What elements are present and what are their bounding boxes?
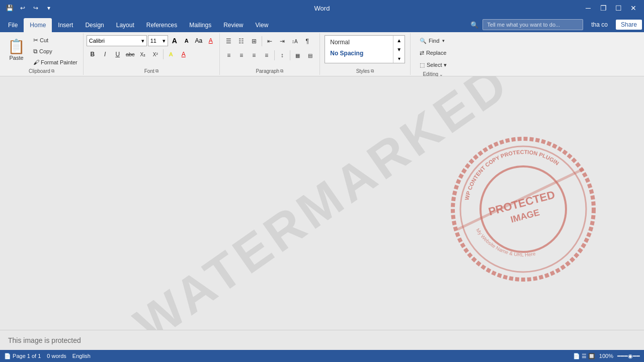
italic-button[interactable]: I <box>99 48 111 60</box>
watermark-text: WATERMARKED <box>124 76 520 330</box>
styles-scroll-up-button[interactable]: ▲ <box>393 36 405 45</box>
styles-gallery[interactable]: Normal No Spacing ▲ ▼ ▾ <box>325 35 405 63</box>
copy-protection-stamp: WP CONTENT COPY PROTECTION PLUGIN PROTEC… <box>443 129 604 290</box>
find-dropdown-icon: ▾ <box>442 38 445 43</box>
tab-view[interactable]: View <box>250 18 275 32</box>
maximize-button[interactable]: ☐ <box>612 2 625 15</box>
styles-expand-icon[interactable]: ⧉ <box>371 68 374 74</box>
clipboard-expand-icon[interactable]: ⧉ <box>51 68 54 74</box>
font-size-dropdown-icon: ▾ <box>163 38 166 44</box>
text-highlight-button[interactable]: A <box>165 48 177 60</box>
line-spacing-button[interactable]: ↕ <box>276 49 288 61</box>
tab-design[interactable]: Design <box>79 18 110 32</box>
justify-button[interactable]: ≡ <box>261 49 273 61</box>
redo-button[interactable]: ↪ <box>30 3 41 14</box>
cut-label: Cut <box>40 37 48 43</box>
tab-file[interactable]: File <box>2 18 24 32</box>
font-case-button[interactable]: Aa <box>193 35 204 46</box>
styles-content: Normal No Spacing ▲ ▼ ▾ <box>325 35 405 67</box>
user-name[interactable]: tha co <box>587 21 612 28</box>
save-button[interactable]: 💾 <box>4 3 15 14</box>
paste-button[interactable]: 📋 Paste <box>3 35 30 65</box>
font-size-selector[interactable]: 11 ▾ <box>148 35 168 46</box>
find-button[interactable]: 🔍 Find ▾ <box>416 35 450 46</box>
shading-button[interactable]: ▦ <box>292 49 304 61</box>
cut-icon: ✂ <box>33 37 38 44</box>
paste-label: Paste <box>9 55 23 61</box>
close-button[interactable]: ✕ <box>627 2 640 15</box>
font-group: Calibri ▾ 11 ▾ A A Aa A B I U abc X₂ X² <box>84 33 220 75</box>
tab-references[interactable]: References <box>140 18 183 32</box>
align-left-button[interactable]: ≡ <box>223 49 235 61</box>
replace-label: Replace <box>426 50 446 56</box>
font-color-button[interactable]: A <box>178 48 190 60</box>
show-marks-button[interactable]: ¶ <box>301 35 313 47</box>
font-group-label: Font ⧉ <box>87 67 216 74</box>
tab-home[interactable]: Home <box>24 18 52 32</box>
cut-button[interactable]: ✂ Cut <box>31 35 80 45</box>
clipboard-content: 📋 Paste ✂ Cut ⧉ Copy 🖌 Format Painter <box>3 35 80 67</box>
tab-review[interactable]: Review <box>217 18 249 32</box>
align-center-button[interactable]: ≡ <box>235 49 248 61</box>
undo-button[interactable]: ↩ <box>17 3 28 14</box>
paragraph-expand-icon[interactable]: ⧉ <box>280 68 283 74</box>
select-label: Select ▾ <box>427 62 447 68</box>
share-button[interactable]: Share <box>616 20 642 30</box>
bullets-button[interactable]: ☰ <box>223 35 235 47</box>
paste-icon: 📋 <box>8 40 25 54</box>
superscript-button[interactable]: X² <box>149 48 162 60</box>
font-name-selector[interactable]: Calibri ▾ <box>87 35 147 46</box>
font-expand-icon[interactable]: ⧉ <box>155 68 158 74</box>
font-shrink-button[interactable]: A <box>181 35 192 46</box>
find-icon: 🔍 <box>420 38 427 44</box>
multilevel-list-button[interactable]: ⊞ <box>248 35 260 47</box>
decrease-indent-button[interactable]: ⇤ <box>264 35 276 47</box>
align-right-button[interactable]: ≡ <box>248 49 260 61</box>
increase-indent-button[interactable]: ⇥ <box>276 35 288 47</box>
bold-button[interactable]: B <box>87 48 99 60</box>
svg-point-2 <box>480 166 566 252</box>
ribbon-tab-bar: File Home Insert Design Layout Reference… <box>0 16 644 32</box>
clipboard-label-text: Clipboard <box>29 68 50 74</box>
copy-label: Copy <box>39 48 52 54</box>
replace-icon: ⇄ <box>420 50 424 56</box>
format-painter-button[interactable]: 🖌 Format Painter <box>31 57 80 67</box>
font-row-1: Calibri ▾ 11 ▾ A A Aa A <box>87 35 216 46</box>
tab-insert[interactable]: Insert <box>52 18 79 32</box>
font-grow-button[interactable]: A <box>169 35 180 46</box>
tab-mailings[interactable]: Mailings <box>183 18 217 32</box>
font-size-value: 11 <box>150 38 156 44</box>
clear-formatting-button[interactable]: A <box>205 35 216 46</box>
border-button[interactable]: ▤ <box>304 49 316 61</box>
font-row-2: B I U abc X₂ X² A A <box>87 48 190 60</box>
editing-expand-icon[interactable]: ⌄ <box>439 72 443 77</box>
select-icon: ⬚ <box>420 62 425 68</box>
underline-button[interactable]: U <box>112 48 124 60</box>
sort-button[interactable]: ↕A <box>289 35 301 47</box>
protected-text: This image is protected <box>8 336 81 344</box>
language-indicator: English <box>72 353 91 359</box>
para-row-2: ≡ ≡ ≡ ≡ ↕ ▦ ▤ <box>223 49 316 61</box>
paragraph-group: ☰ ☷ ⊞ ⇤ ⇥ ↕A ¶ ≡ ≡ ≡ ≡ ↕ ▦ ▤ Par <box>220 33 320 75</box>
numbering-button[interactable]: ☷ <box>235 35 248 47</box>
page-indicator: 📄 Page 1 of 1 <box>4 353 41 359</box>
styles-expand-button[interactable]: ▾ <box>393 54 405 63</box>
qat-dropdown-button[interactable]: ▾ <box>43 3 54 14</box>
document-area[interactable]: WATERMARKED WP CONTENT COPY PROTECTION P… <box>0 76 644 330</box>
svg-text:My Website Name & URL Here: My Website Name & URL Here <box>475 227 536 257</box>
select-button[interactable]: ⬚ Select ▾ <box>416 59 450 70</box>
styles-scroll-down-button[interactable]: ▼ <box>393 45 405 54</box>
clipboard-group: 📋 Paste ✂ Cut ⧉ Copy 🖌 Format Painter C <box>0 33 84 75</box>
status-left: 📄 Page 1 of 1 0 words English <box>4 353 91 359</box>
subscript-button[interactable]: X₂ <box>137 48 149 60</box>
tab-layout[interactable]: Layout <box>110 18 140 32</box>
editing-group: 🔍 Find ▾ ⇄ Replace ⬚ Select ▾ Editing ⌄ <box>411 33 456 75</box>
strikethrough-button[interactable]: abc <box>124 48 136 60</box>
ribbon-search-area: 🔍 tha co Share <box>470 19 642 32</box>
replace-button[interactable]: ⇄ Replace <box>416 47 450 58</box>
zoom-slider[interactable]: ━━━◉━━ <box>617 353 640 359</box>
minimize-button[interactable]: ─ <box>582 2 595 15</box>
ribbon-search-input[interactable] <box>482 19 583 30</box>
restore-button[interactable]: ❐ <box>597 2 610 15</box>
copy-button[interactable]: ⧉ Copy <box>31 46 80 56</box>
